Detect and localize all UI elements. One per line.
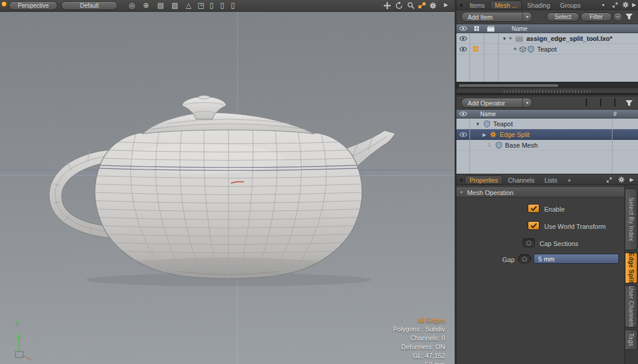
use-world-transform-label: Use World Transform	[544, 223, 606, 230]
scroll-thumb[interactable]	[458, 84, 559, 88]
tab-mesh-ops[interactable]: Mesh ...	[490, 1, 522, 9]
tree-elbow-icon: └	[487, 143, 491, 149]
ops-list: Name # ▼ Teapot ▶ Edge Split └ Base Mesh	[456, 110, 638, 174]
viewport-settings-gear-icon[interactable]	[429, 2, 437, 9]
add-operator-dropdown[interactable]: Add Operator▼	[461, 98, 532, 108]
panel-resize-grip[interactable]	[504, 90, 593, 93]
side-tab-edge-split[interactable]: Edge Split	[626, 253, 637, 283]
side-tab-tags[interactable]: Tags	[626, 330, 637, 350]
hud-selection-mode: All Edges	[393, 316, 445, 325]
ops-name-header: Name	[480, 111, 496, 117]
cap-sections-label: Cap Sections	[539, 240, 578, 247]
eye-icon[interactable]	[459, 46, 467, 52]
panel-collapse-icon[interactable]: ◀	[459, 2, 462, 8]
view-mode-button[interactable]: Perspective	[9, 1, 58, 10]
side-tab-select-by-index[interactable]: Select By Index	[626, 189, 637, 250]
page-icon-3[interactable]: ▯	[231, 2, 235, 9]
rotate-icon[interactable]	[395, 2, 403, 9]
enable-label: Enable	[544, 206, 564, 213]
tab-properties[interactable]: Properties	[465, 175, 503, 184]
panel-arrow-icon[interactable]: ▶	[632, 2, 636, 8]
section-title: Mesh Operation	[467, 189, 513, 196]
gap-label: Gap	[456, 256, 515, 263]
panel-gear-icon[interactable]	[622, 1, 629, 8]
render-visible-icon[interactable]	[473, 46, 479, 52]
plane-icon[interactable]: ◳	[198, 2, 204, 9]
eye-icon[interactable]	[459, 132, 467, 138]
viewport-canvas[interactable]	[0, 12, 455, 364]
list-style-expanded-button[interactable]	[600, 98, 601, 107]
render-column-icon[interactable]	[474, 26, 480, 31]
sphere-icon[interactable]: ⊕	[143, 2, 149, 9]
filter-button[interactable]: Filter	[580, 12, 612, 21]
branch-plus-icon[interactable]: +	[513, 46, 517, 52]
tab-channels[interactable]: Channels	[503, 175, 539, 184]
mesh-operation-section-header[interactable]: ▼ Mesh Operation	[456, 187, 625, 197]
column-separator	[612, 119, 612, 174]
cap-sections-checkbox[interactable]	[523, 238, 535, 247]
column-separator	[469, 33, 470, 82]
visibility-column-eye-icon[interactable]	[459, 25, 467, 31]
viewport-toolbar: Perspective Default ◎ ⊕ ▤ ▨ △ ◳ ▯ ▯ ▯ ▶	[0, 0, 455, 12]
page-icon-2[interactable]: ▯	[220, 2, 224, 9]
op-row-edge-split[interactable]: ▶ Edge Split	[456, 129, 638, 140]
pan-icon[interactable]	[383, 2, 391, 9]
op-row-base-mesh[interactable]: └ Base Mesh	[456, 140, 638, 151]
filter-funnel-icon[interactable]	[625, 100, 633, 107]
op-row-teapot[interactable]: ▼ Teapot	[456, 119, 638, 129]
panel-maximize-icon[interactable]	[612, 2, 618, 8]
panel-collapse-icon[interactable]: ◀	[459, 177, 462, 183]
shading-mode-button[interactable]: Default	[61, 1, 118, 10]
items-list: Name ▼ + assign_edge_split_tool.lxo* + T…	[456, 24, 638, 82]
snapshot-icon[interactable]: ◎	[129, 2, 135, 9]
field-enable: Enable	[456, 202, 625, 217]
visibility-column-eye-icon[interactable]	[459, 111, 467, 117]
panel-arrow-icon[interactable]: ▶	[630, 177, 634, 183]
use-world-transform-checkbox[interactable]	[528, 221, 539, 230]
gap-channel-button[interactable]	[518, 254, 531, 263]
mesh-shield-icon	[496, 142, 502, 149]
tab-lists[interactable]: Lists	[539, 175, 562, 184]
panel-maximize-icon[interactable]	[606, 177, 612, 183]
remove-button[interactable]: −	[613, 12, 623, 21]
filter-funnel-icon[interactable]	[625, 13, 633, 20]
branch-plus-icon[interactable]: +	[509, 35, 512, 41]
eye-icon[interactable]	[459, 36, 467, 41]
tab-shading[interactable]: Shading	[522, 1, 555, 9]
expand-down-icon[interactable]: ▼	[475, 122, 480, 127]
page-icon-1[interactable]: ▯	[210, 2, 214, 9]
list-style-active-button[interactable]	[614, 98, 615, 107]
add-item-dropdown[interactable]: Add Item▼	[461, 12, 532, 22]
side-tab-user-channels[interactable]: User Channels	[626, 286, 637, 327]
ops-count-header: #	[613, 111, 617, 117]
pie-menu-dot[interactable]	[1, 1, 7, 7]
properties-form: ▼ Mesh Operation Enable Use World Transf…	[456, 185, 625, 364]
gap-input[interactable]	[534, 254, 619, 263]
tab-overflow-icon[interactable]: ▼	[601, 3, 605, 7]
mesh-item-label: Teapot	[537, 46, 557, 53]
items-hscrollbar[interactable]	[456, 82, 638, 88]
items-panel: ◀ Items Mesh ... Shading Groups ▼ ▶ Add …	[456, 0, 638, 95]
select-button[interactable]: Select	[547, 12, 579, 21]
expand-right-icon[interactable]: ▶	[483, 132, 486, 138]
tab-items[interactable]: Items	[465, 1, 490, 9]
enable-checkbox[interactable]	[528, 204, 539, 213]
scene-column-icon[interactable]	[487, 25, 495, 32]
op-label: Edge Split	[500, 131, 529, 138]
roller-icon[interactable]: ▤	[157, 2, 164, 9]
zoom-icon[interactable]	[407, 2, 415, 9]
graph-overlay-icon[interactable]	[418, 2, 426, 9]
expand-down-icon[interactable]: ▼	[502, 36, 507, 41]
3d-viewport[interactable]: Perspective Default ◎ ⊕ ▤ ▨ △ ◳ ▯ ▯ ▯ ▶ …	[0, 0, 455, 364]
toolbar-expand-arrow-icon[interactable]: ▶	[444, 2, 448, 8]
tab-groups[interactable]: Groups	[556, 1, 585, 9]
gap-field	[534, 254, 619, 264]
hud-polygons: Polygons : Subdiv	[393, 325, 445, 334]
mesh-ops-panel: Add Operator▼ Name # ▼ Teapot ▶ Edge Spl…	[456, 97, 638, 174]
list-style-compact-button[interactable]	[586, 98, 587, 107]
teapot-model[interactable]	[49, 95, 395, 290]
hatch-icon[interactable]: ▨	[172, 2, 178, 9]
tab-add[interactable]: +	[563, 175, 576, 184]
panel-gear-icon[interactable]	[618, 176, 625, 183]
cone-icon[interactable]: △	[186, 2, 191, 9]
